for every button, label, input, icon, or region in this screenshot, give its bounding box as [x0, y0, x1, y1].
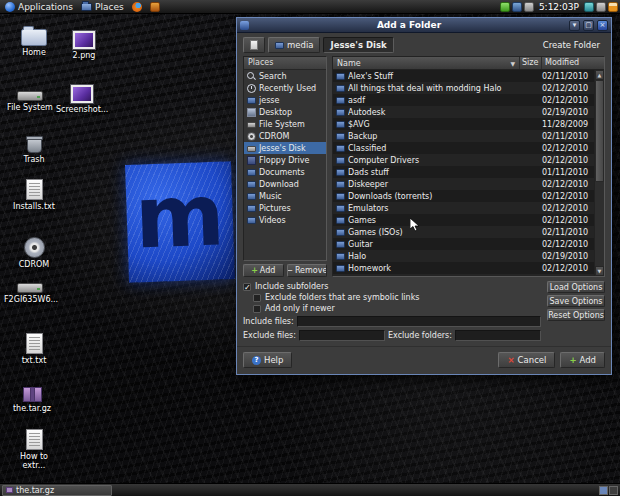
workspace-2[interactable] [609, 486, 618, 495]
places-item-desktop[interactable]: Desktop [244, 106, 326, 118]
file-row-backup[interactable]: Backup02/11/2010 [333, 130, 594, 142]
places-item-music[interactable]: Music [244, 190, 326, 202]
file-row-homework[interactable]: Homework02/12/2010 [333, 262, 594, 274]
cancel-button[interactable]: × Cancel [498, 352, 555, 368]
path-button-jesse-s-disk[interactable]: Jesse's Disk [323, 37, 393, 53]
file-row-computer-drivers[interactable]: Computer Drivers02/12/2010 [333, 154, 594, 166]
include-files-input[interactable] [297, 316, 541, 327]
notes-tray-icon[interactable] [608, 2, 618, 12]
vertical-scrollbar[interactable]: ▲ ▼ [594, 70, 604, 276]
workspace-tray-icon[interactable] [584, 2, 594, 12]
volume-tray-icon[interactable] [524, 2, 534, 12]
file-rows: Alex's Stuff02/11/2010All things that de… [333, 70, 594, 276]
places-item-recently-used[interactable]: Recently Used [244, 82, 326, 94]
file-row-avg[interactable]: $AVG11/28/2009 [333, 118, 594, 130]
scrollbar-track[interactable] [595, 80, 604, 266]
file-row-diskeeper[interactable]: Diskeeper02/12/2010 [333, 178, 594, 190]
path-button-media[interactable]: media [268, 37, 320, 53]
file-row-games-isos[interactable]: Games (ISOs)02/11/2010 [333, 226, 594, 238]
option-add-only-if-newer[interactable]: Add only if newer [243, 303, 541, 314]
desktop-icon-cdrom[interactable]: CDROM [8, 236, 60, 269]
places-item-documents[interactable]: Documents [244, 166, 326, 178]
applications-menu[interactable]: Applications [2, 0, 76, 13]
file-row-autodesk[interactable]: Autodesk02/19/2010 [333, 106, 594, 118]
desktop-icon-trash[interactable]: Trash [8, 132, 60, 164]
places-menu[interactable]: Places [78, 0, 127, 13]
network-tray-icon[interactable] [512, 2, 522, 12]
create-folder-button[interactable]: Create Folder [538, 37, 605, 53]
remove-place-label: Remove [295, 266, 327, 275]
desktop-icon-the-tar-gz[interactable]: the.tar.gz [6, 380, 58, 413]
places-item-jesse-s-disk[interactable]: Jesse's Disk [244, 142, 326, 154]
places-item-download[interactable]: Download [244, 178, 326, 190]
settings-tray-icon[interactable] [596, 2, 606, 12]
shade-button[interactable]: ▾ [569, 20, 580, 31]
window-icon [240, 21, 249, 30]
file-row-dads-stuff[interactable]: Dads stuff01/11/2010 [333, 166, 594, 178]
help-button[interactable]: ? Help [243, 352, 292, 368]
file-modified: 02/12/2010 [542, 264, 591, 273]
checkbox[interactable] [253, 294, 261, 302]
workspace-1[interactable] [599, 486, 608, 495]
button-reset-options[interactable]: Reset Options [547, 309, 605, 321]
desktop-icon [247, 108, 256, 117]
add-place-button[interactable]: + Add [243, 264, 284, 277]
firefox-launcher[interactable] [129, 0, 145, 13]
file-row-downloads-torrents[interactable]: Downloads (torrents)02/12/2010 [333, 190, 594, 202]
file-row-asdf[interactable]: asdf02/12/2010 [333, 94, 594, 106]
mouse-cursor [410, 217, 420, 236]
exclude-files-input[interactable] [299, 330, 385, 341]
option-include-subfolders[interactable]: ✓Include subfolders [243, 281, 541, 292]
file-row-guitar[interactable]: Guitar02/12/2010 [333, 238, 594, 250]
type-location-button[interactable] [243, 37, 265, 53]
desktop-icon-installs-txt[interactable]: Installs.txt [8, 178, 60, 211]
file-row-all-things-that-deal-with-modding-halo[interactable]: All things that deal with modding Halo02… [333, 82, 594, 94]
column-header-name[interactable]: Name ▼ [333, 57, 520, 69]
desktop-icon-2-png[interactable]: 2.png [58, 28, 110, 60]
desktop-icon-file-system[interactable]: File System [4, 82, 56, 112]
scrollbar-thumb[interactable] [595, 80, 604, 182]
close-button[interactable]: × [597, 20, 608, 31]
places-item-jesse[interactable]: jesse [244, 94, 326, 106]
file-modified: 02/19/2010 [542, 252, 591, 261]
desktop-icon-screenshot[interactable]: Screenshot... [56, 82, 108, 114]
desktop-icon-home[interactable]: Home [8, 24, 60, 57]
folder-icon [336, 169, 345, 176]
checkbox[interactable] [253, 305, 261, 313]
file-row-emulators[interactable]: Emulators02/12/2010 [333, 202, 594, 214]
places-item-search[interactable]: Search [244, 70, 326, 82]
places-item-cdrom[interactable]: CDROM [244, 130, 326, 142]
dialog-titlebar[interactable]: Add a Folder ▾ ▢ × [237, 18, 611, 33]
exclude-folders-input[interactable] [455, 330, 541, 341]
desktop-icon-txt-txt[interactable]: txt.txt [8, 332, 60, 365]
checkbox-checked[interactable]: ✓ [243, 283, 251, 291]
clock[interactable]: 5:12:03P [536, 2, 582, 12]
update-tray-icon[interactable] [500, 2, 510, 12]
file-row-games[interactable]: Games02/12/2010 [333, 214, 594, 226]
file-modified: 02/12/2010 [542, 84, 591, 93]
taskbar-item-the-tar-gz[interactable]: the.tar.gz [2, 485, 112, 496]
file-row-classified[interactable]: Classified02/12/2010 [333, 142, 594, 154]
desktop-icon-f2gi635w6[interactable]: F2GI635W6... [4, 274, 56, 304]
button-load-options[interactable]: Load Options [547, 281, 605, 293]
places-item-file-system[interactable]: File System [244, 118, 326, 130]
option-label: Add only if newer [265, 304, 335, 313]
maximize-button[interactable]: ▢ [583, 20, 594, 31]
places-item-floppy-drive[interactable]: Floppy Drive [244, 154, 326, 166]
scroll-down-icon[interactable]: ▼ [595, 266, 604, 276]
column-header-modified[interactable]: Modified [542, 57, 594, 69]
column-header-size[interactable]: Size [520, 57, 542, 69]
folder-icon [247, 217, 256, 224]
add-button[interactable]: + Add [560, 352, 605, 368]
file-row-java[interactable]: Java02/10/2010 [333, 274, 594, 276]
desktop-icon-how-to-extr[interactable]: How to extr... [8, 428, 60, 470]
scroll-up-icon[interactable]: ▲ [595, 70, 604, 80]
option-exclude-folders-that-are-symbolic-links[interactable]: Exclude folders that are symbolic links [243, 292, 541, 303]
package-launcher[interactable] [147, 0, 163, 13]
remove-place-button[interactable]: − Remove [287, 264, 328, 277]
places-item-videos[interactable]: Videos [244, 214, 326, 226]
file-row-alex-s-stuff[interactable]: Alex's Stuff02/11/2010 [333, 70, 594, 82]
file-row-halo[interactable]: Halo02/19/2010 [333, 250, 594, 262]
places-item-pictures[interactable]: Pictures [244, 202, 326, 214]
button-save-options[interactable]: Save Options [547, 295, 605, 307]
